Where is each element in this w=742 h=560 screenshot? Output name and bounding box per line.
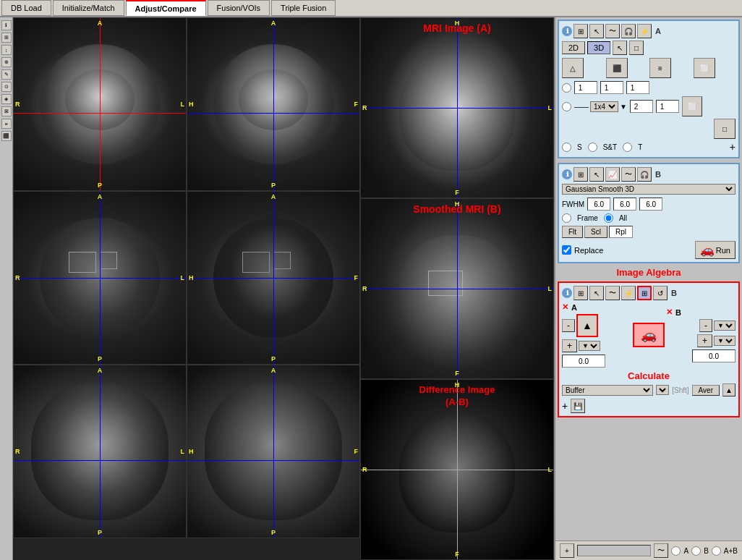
layers-icon[interactable]: ≡	[649, 58, 671, 78]
x-btn-a[interactable]: ✕	[562, 302, 568, 312]
num-input-3[interactable]	[626, 81, 649, 94]
algebra-refresh-icon[interactable]: ↺	[653, 286, 668, 300]
image-cell-r1c2[interactable]: A P H F	[187, 17, 360, 191]
algebra-wave-icon[interactable]: 〜	[605, 286, 620, 300]
algebra-active-icon[interactable]: ⊞	[637, 286, 652, 300]
diff-image-cell[interactable]: H F R L Difference Image (A-B)	[360, 379, 554, 560]
image-cell-r2c2[interactable]: A P H F	[187, 191, 360, 365]
radio-apb-sel[interactable]	[712, 546, 721, 556]
info-icon-3[interactable]: ℹ	[562, 288, 572, 298]
sidebar-icon-7[interactable]: ◈	[1, 94, 12, 104]
dropdown-b2[interactable]: ▼	[714, 336, 735, 346]
toolbar-plug-icon[interactable]: ⚡	[637, 24, 652, 38]
toolbar-grid-icon[interactable]: ⊞	[573, 24, 588, 38]
tab-adjust-compare[interactable]: Adjust/Compare	[126, 0, 206, 16]
sidebar-icon-10[interactable]: ⬛	[1, 131, 12, 141]
btn-3d[interactable]: 3D	[587, 41, 610, 54]
save-button[interactable]: 💾	[571, 399, 585, 413]
box-icon[interactable]: ⬛	[606, 58, 628, 78]
plus-bottom-icon[interactable]: +	[562, 400, 568, 412]
car-icon[interactable]: 🚗	[633, 323, 665, 347]
sidebar-icon-4[interactable]: ⊕	[1, 57, 12, 67]
radio-t[interactable]	[623, 143, 632, 152]
layout-select[interactable]: 1x4 2x2 1x1	[590, 101, 618, 112]
algebra-cursor-icon[interactable]: ↖	[589, 286, 604, 300]
toolbar-grid-icon-2[interactable]: ⊞	[573, 167, 588, 182]
smoothed-mri-b-cell[interactable]: H F R L Smoothed MRI (B)	[360, 198, 554, 379]
toolbar-cursor-icon-2[interactable]: ↖	[589, 167, 604, 182]
btn-2d[interactable]: 2D	[562, 41, 585, 54]
plus-btn-b[interactable]: +	[697, 334, 712, 347]
image-cell-r3c2[interactable]: A P H F	[187, 365, 360, 538]
sidebar-icon-5[interactable]: ✎	[1, 69, 12, 80]
fwhm-z[interactable]	[639, 198, 662, 211]
pyramid-icon[interactable]: △	[562, 58, 584, 78]
fwhm-y[interactable]	[613, 198, 636, 211]
bottom-plus-icon[interactable]: +	[560, 543, 574, 558]
minus-btn-a[interactable]: -	[562, 319, 575, 332]
tab-scl[interactable]: Scl	[584, 226, 607, 238]
sidebar-icon-6[interactable]: ⊙	[1, 82, 12, 92]
radio-all[interactable]	[604, 213, 613, 223]
plus-btn-a[interactable]: +	[562, 339, 577, 352]
cube-icon[interactable]: ⬜	[694, 58, 715, 78]
minus-btn-b[interactable]: -	[699, 319, 712, 332]
mri-image-a-cell[interactable]: H F R L MRI Image (A)	[360, 17, 554, 198]
replace-checkbox[interactable]	[562, 245, 571, 255]
num-input-1[interactable]	[574, 81, 597, 94]
radio-s[interactable]	[562, 143, 571, 152]
toolbar-headphone-icon[interactable]: 🎧	[621, 24, 636, 38]
cursor-mode-icon[interactable]: ↖	[613, 41, 627, 55]
dropdown-b[interactable]: ▼	[714, 321, 735, 331]
tab-flt[interactable]: Flt	[562, 226, 583, 238]
algebra-plug-icon[interactable]: ⚡	[621, 286, 636, 300]
arrow-small-btn[interactable]: ▲	[722, 383, 735, 396]
sidebar-icon-2[interactable]: ⊞	[1, 33, 12, 43]
tab-db-load[interactable]: DB Load	[1, 0, 51, 16]
toolbar-chart-icon[interactable]: 📈	[605, 167, 620, 182]
sidebar-icon-3[interactable]: ↕	[1, 45, 12, 55]
aver-button[interactable]: Aver	[692, 385, 720, 396]
dropdown-a[interactable]: ▼	[579, 341, 600, 351]
toolbar-headphone-icon-2[interactable]: 🎧	[637, 167, 652, 182]
radio-1a[interactable]	[562, 83, 571, 93]
algebra-grid-icon[interactable]: ⊞	[573, 286, 588, 300]
plus-btn-3d[interactable]: +	[730, 141, 735, 153]
sidebar-icon-1[interactable]: ℹ	[1, 20, 12, 30]
image-cell-r2c1[interactable]: A P R L	[13, 191, 187, 365]
toolbar-wave-icon-2[interactable]: 〜	[621, 167, 636, 182]
radio-st[interactable]	[588, 143, 597, 152]
buffer-select[interactable]: Buffer	[562, 385, 653, 396]
radio-2a[interactable]	[562, 102, 571, 111]
toolbar-wave-icon[interactable]: 〜	[605, 24, 620, 38]
bottom-wave-icon[interactable]: 〜	[654, 543, 668, 558]
value-a[interactable]	[562, 355, 605, 368]
x-btn-b[interactable]: ✕	[666, 307, 673, 317]
tab-triple-fusion[interactable]: Triple Fusion	[271, 0, 336, 16]
image-cell-r3c1[interactable]: A P R L	[13, 365, 187, 538]
num-input-4[interactable]	[630, 100, 653, 113]
num-input-5[interactable]	[656, 100, 679, 113]
value-b[interactable]	[692, 349, 735, 362]
num-input-2[interactable]	[600, 81, 623, 94]
info-icon-1[interactable]: ℹ	[562, 26, 572, 36]
buffer-dropdown[interactable]: ▼	[656, 385, 669, 395]
sidebar-icon-9[interactable]: ≡	[1, 119, 12, 129]
sidebar-icon-8[interactable]: ⊠	[1, 106, 12, 116]
radio-a-sel[interactable]	[671, 546, 681, 556]
arrow-up-btn[interactable]: ▲	[576, 314, 598, 337]
square-mode-icon[interactable]: □	[629, 41, 644, 55]
info-icon-2[interactable]: ℹ	[562, 169, 572, 179]
radio-b-sel[interactable]	[691, 546, 701, 556]
radio-frame[interactable]	[562, 213, 571, 223]
toolbar-cursor-icon[interactable]: ↖	[589, 24, 604, 38]
gaussian-select[interactable]: Gaussian Smooth 3D Gaussian Smooth 2D Me…	[562, 184, 735, 195]
small-view-icon[interactable]: □	[714, 119, 735, 139]
tab-fusion-vois[interactable]: Fusion/VOIs	[208, 0, 270, 16]
fwhm-x[interactable]	[587, 198, 610, 211]
view-3d-icon[interactable]: ⬜	[682, 96, 702, 116]
tab-initialize-match[interactable]: Initialize/Match	[53, 0, 124, 16]
run-button[interactable]: 🚗 Run	[695, 241, 735, 259]
image-cell-r1c1[interactable]: A P R L	[13, 17, 187, 191]
tab-rpl[interactable]: Rpl	[609, 226, 633, 238]
